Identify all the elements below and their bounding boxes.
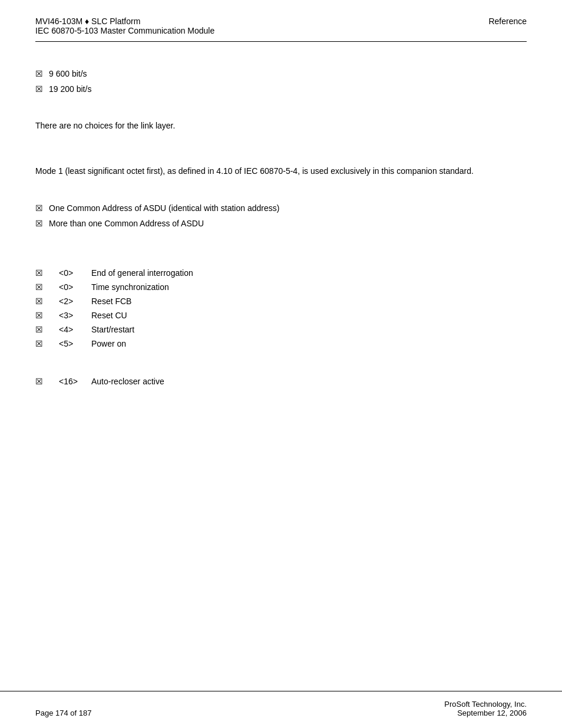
checkbox-icon-baud1: ☒ xyxy=(35,69,43,78)
mode-section: Mode 1 (least significant octet first), … xyxy=(35,149,527,177)
table-row: ☒ <3> Reset CU xyxy=(35,311,527,320)
page-footer: Page 174 of 187 ProSoft Technology, Inc.… xyxy=(0,691,562,728)
header-title-line2: IEC 60870-5-103 Master Communication Mod… xyxy=(35,26,214,35)
footer-date: September 12, 2006 xyxy=(444,709,527,717)
checkbox-icon-t5: ☒ xyxy=(35,325,59,334)
table-row: ☒ <0> Time synchronization xyxy=(35,282,527,292)
main-content: ☒ 9 600 bit/s ☒ 19 200 bit/s There are n… xyxy=(0,42,562,691)
bottom-desc: Auto-recloser active xyxy=(91,377,527,386)
table-desc-t1: End of general interrogation xyxy=(91,268,527,278)
table-desc-t3: Reset FCB xyxy=(91,297,527,306)
checkbox-icon-baud2: ☒ xyxy=(35,84,43,94)
baud-rate-label-2: 19 200 bit/s xyxy=(49,84,91,94)
checkbox-icon-t6: ☒ xyxy=(35,339,59,348)
header-left: MVI46-103M ♦ SLC Platform IEC 60870-5-10… xyxy=(35,17,214,35)
bottom-code: <16> xyxy=(59,377,91,386)
footer-company: ProSoft Technology, Inc. xyxy=(444,700,527,709)
footer-page-info: Page 174 of 187 xyxy=(35,709,91,717)
table-row: ☒ <5> Power on xyxy=(35,339,527,348)
table-code-t2: <0> xyxy=(59,282,91,292)
page-header: MVI46-103M ♦ SLC Platform IEC 60870-5-10… xyxy=(0,0,562,41)
table-row: ☒ <4> Start/restart xyxy=(35,325,527,334)
table-section: ☒ <0> End of general interrogation ☒ <0>… xyxy=(35,245,527,348)
table-desc-t5: Start/restart xyxy=(91,325,527,334)
link-layer-section: There are no choices for the link layer. xyxy=(35,110,527,132)
checkbox-icon-t1: ☒ xyxy=(35,268,59,278)
asdu-item-2: ☒ More than one Common Address of ASDU xyxy=(35,219,527,228)
checkbox-icon-asdu2: ☒ xyxy=(35,219,43,228)
asdu-label-2: More than one Common Address of ASDU xyxy=(49,219,204,228)
link-layer-text: There are no choices for the link layer. xyxy=(35,120,527,132)
table-code-t6: <5> xyxy=(59,339,91,348)
baud-rate-item-2: ☒ 19 200 bit/s xyxy=(35,84,527,94)
header-reference: Reference xyxy=(488,17,527,26)
checkbox-icon-asdu1: ☒ xyxy=(35,203,43,213)
page-container: MVI46-103M ♦ SLC Platform IEC 60870-5-10… xyxy=(0,0,562,728)
checkbox-icon-t3: ☒ xyxy=(35,297,59,306)
asdu-item-1: ☒ One Common Address of ASDU (identical … xyxy=(35,203,527,213)
table-desc-t6: Power on xyxy=(91,339,527,348)
checkbox-icon-t4: ☒ xyxy=(35,311,59,320)
table-code-t4: <3> xyxy=(59,311,91,320)
header-title-line1: MVI46-103M ♦ SLC Platform xyxy=(35,17,214,26)
table-desc-t2: Time synchronization xyxy=(91,282,527,292)
asdu-label-1: One Common Address of ASDU (identical wi… xyxy=(49,203,279,213)
table-code-t5: <4> xyxy=(59,325,91,334)
baud-rate-item-1: ☒ 9 600 bit/s xyxy=(35,69,527,78)
table-code-t1: <0> xyxy=(59,268,91,278)
bottom-item-section: ☒ <16> Auto-recloser active xyxy=(35,353,527,386)
mode-text: Mode 1 (least significant octet first), … xyxy=(35,165,527,177)
asdu-section: ☒ One Common Address of ASDU (identical … xyxy=(35,194,527,228)
table-code-t3: <2> xyxy=(59,297,91,306)
checkbox-icon-t2: ☒ xyxy=(35,282,59,292)
footer-company-info: ProSoft Technology, Inc. September 12, 2… xyxy=(444,700,527,717)
bottom-table-row: ☒ <16> Auto-recloser active xyxy=(35,377,527,386)
baud-rate-label-1: 9 600 bit/s xyxy=(49,69,87,78)
baud-rates-section: ☒ 9 600 bit/s ☒ 19 200 bit/s xyxy=(35,60,527,94)
table-row: ☒ <0> End of general interrogation xyxy=(35,268,527,278)
table-desc-t4: Reset CU xyxy=(91,311,527,320)
table-row: ☒ <2> Reset FCB xyxy=(35,297,527,306)
checkbox-icon-bottom: ☒ xyxy=(35,377,59,386)
